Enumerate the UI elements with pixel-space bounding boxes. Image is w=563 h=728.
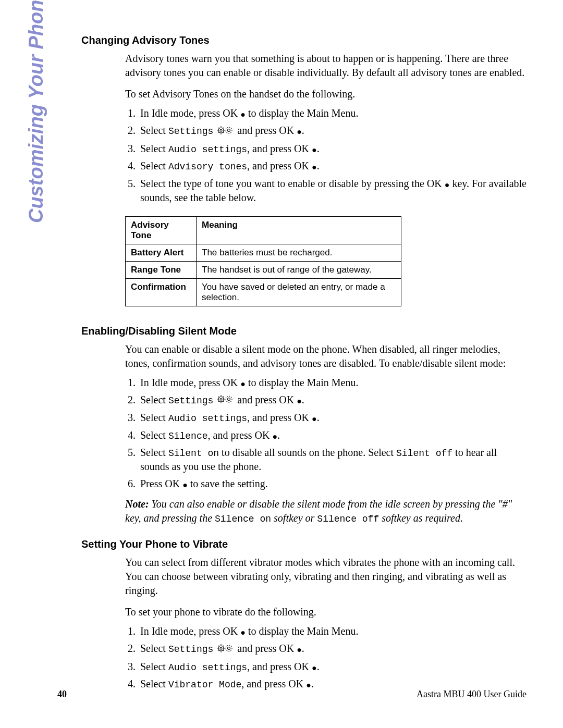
ok-dot-icon: ● (240, 627, 246, 638)
text: In Idle mode, press OK (140, 625, 240, 637)
table-cell: Confirmation (126, 278, 197, 306)
text: . (317, 661, 320, 672)
text: and press OK (237, 125, 297, 136)
menu-mono: Audio settings (168, 662, 247, 673)
silent-step-6: Press OK ● to save the setting. (138, 477, 527, 491)
text: , and press OK (247, 160, 312, 171)
menu-mono: Silence off (317, 514, 379, 524)
page-footer: 40 Aastra MBU 400 User Guide (57, 689, 527, 700)
text: Press OK (140, 478, 182, 489)
text: . (317, 143, 320, 154)
advisory-steps: In Idle mode, press OK ● to display the … (125, 106, 527, 205)
text: Select the type of tone you want to enab… (140, 178, 445, 189)
ok-dot-icon: ● (312, 662, 317, 674)
advisory-step-3: Select Audio settings, and press OK ●. (138, 142, 527, 156)
advisory-step-4: Select Advisory tones, and press OK ●. (138, 159, 527, 173)
ok-dot-icon: ● (297, 126, 302, 138)
table-header: Advisory Tone (126, 216, 197, 244)
section-title-silent: Enabling/Disabling Silent Mode (81, 325, 527, 337)
ok-dot-icon: ● (445, 179, 450, 191)
silent-step-4: Select Silence, and press OK ●. (138, 428, 527, 442)
silent-steps: In Idle mode, press OK ● to display the … (125, 376, 527, 491)
text: Select (140, 447, 168, 458)
text: Select (140, 678, 168, 689)
text: to display the Main Menu. (246, 625, 359, 637)
silent-note: Note: You can also enable or disable the… (125, 497, 527, 525)
menu-mono: Audio settings (168, 413, 247, 424)
menu-mono: Silent on (168, 448, 219, 459)
silent-step-2: Select Settings and press OK ●. (138, 393, 527, 408)
menu-mono: Advisory tones (168, 162, 247, 172)
menu-mono: Silent off (396, 448, 452, 459)
text: Select (140, 661, 168, 672)
vibrate-step-3: Select Audio settings, and press OK ●. (138, 660, 527, 674)
ok-dot-icon: ● (272, 431, 277, 442)
note-label: Note: (125, 498, 149, 510)
ok-dot-icon: ● (312, 144, 317, 156)
text: to disable all sounds on the phone. Sele… (219, 447, 396, 458)
menu-mono: Audio settings (168, 144, 247, 155)
text: Select (140, 143, 168, 154)
text: Confirmation (131, 282, 186, 292)
ok-dot-icon: ● (312, 413, 317, 425)
table-row: Battery Alert The batteries must be rech… (126, 244, 401, 261)
text: . (302, 394, 304, 405)
advisory-step-5: Select the type of tone you want to enab… (138, 177, 527, 205)
vibrate-steps: In Idle mode, press OK ● to display the … (125, 624, 527, 692)
text: . (302, 125, 304, 136)
text: , and press OK (247, 143, 312, 154)
text: softkey or (271, 512, 317, 524)
table-row: Confirmation You have saved or deleted a… (126, 278, 401, 306)
ok-dot-icon: ● (240, 109, 246, 120)
text: In Idle mode, press OK (140, 107, 240, 119)
menu-mono: Silence on (215, 514, 271, 524)
text: to display the Main Menu. (246, 377, 359, 388)
text: and press OK (237, 643, 297, 654)
vibrate-intro2: To set your phone to vibrate do the foll… (125, 605, 527, 619)
section-title-vibrate: Setting Your Phone to Vibrate (81, 538, 527, 550)
advisory-step-1: In Idle mode, press OK ● to display the … (138, 106, 527, 120)
text: , and press OK (247, 412, 312, 423)
silent-step-5: Select Silent on to disable all sounds o… (138, 446, 527, 474)
table-cell: You have saved or deleted an entry, or m… (197, 278, 401, 306)
vibrate-intro1: You can select from different vibrator m… (125, 556, 527, 598)
ok-dot-icon: ● (297, 396, 302, 407)
text: Select (140, 160, 168, 171)
silent-step-1: In Idle mode, press OK ● to display the … (138, 376, 527, 390)
text: . (317, 412, 320, 423)
text: Select (140, 394, 168, 405)
table-header: Meaning (197, 216, 401, 244)
silent-step-3: Select Audio settings, and press OK ●. (138, 411, 527, 425)
ok-dot-icon: ● (240, 378, 246, 390)
text: , and press OK (208, 429, 273, 441)
menu-mono: Settings (168, 396, 213, 406)
text: softkey as required. (379, 512, 463, 524)
settings-icon (217, 125, 234, 139)
vibrate-step-2: Select Settings and press OK ●. (138, 641, 527, 657)
text: Select (140, 429, 168, 441)
text: . (277, 429, 280, 441)
ok-dot-icon: ● (182, 479, 188, 491)
silent-intro1: You can enable or disable a silent mode … (125, 342, 527, 371)
menu-mono: Vibrator Mode (168, 680, 241, 690)
page-number: 40 (57, 689, 67, 700)
settings-icon (217, 643, 234, 657)
text: Select (140, 125, 168, 136)
vibrate-step-1: In Idle mode, press OK ● to display the … (138, 624, 527, 638)
advisory-intro2: To set Advisory Tones on the handset do … (125, 87, 527, 101)
text: to display the Main Menu. (246, 107, 359, 119)
text: Select (140, 643, 168, 654)
text: In Idle mode, press OK (140, 377, 240, 388)
text: Select (140, 412, 168, 423)
text: Range Tone (131, 265, 181, 275)
table-cell: Range Tone (126, 261, 197, 278)
settings-icon (217, 393, 234, 408)
advisory-step-2: Select Settings and press OK ●. (138, 124, 527, 139)
text: Battery Alert (131, 248, 183, 257)
text: and press OK (237, 394, 297, 405)
section-title-advisory: Changing Advisory Tones (81, 34, 527, 46)
menu-mono: Silence (168, 431, 208, 441)
text: . (311, 678, 314, 689)
ok-dot-icon: ● (297, 644, 302, 656)
menu-mono: Settings (168, 126, 213, 137)
